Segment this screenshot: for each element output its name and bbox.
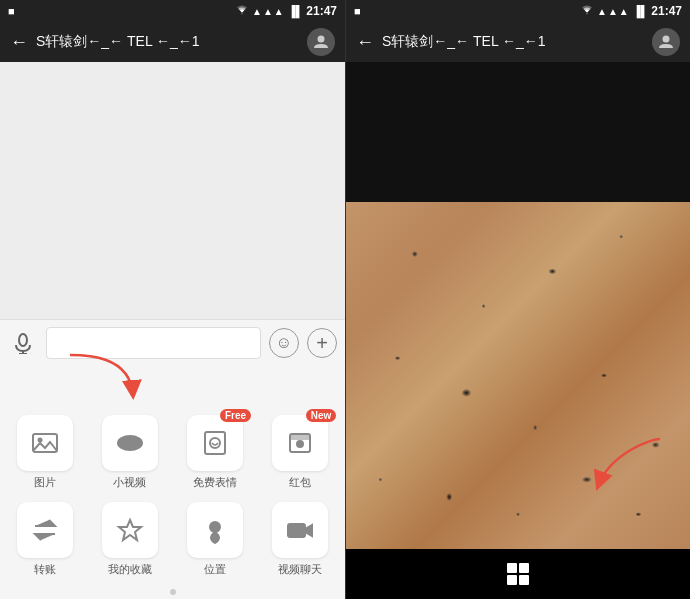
sticker-label: 免费表情: [193, 475, 237, 490]
grid-row-1: [507, 563, 529, 573]
left-chat-title: S轩辕剑←_← TEL ←_←1: [36, 33, 299, 51]
right-status-bar-left: ■: [354, 5, 361, 17]
right-chat-title: S轩辕剑←_← TEL ←_←1: [382, 33, 644, 51]
left-wifi-icon: [235, 5, 249, 17]
left-panel: ■ ▲▲▲ ▐▌ 21:47 ← S轩辕剑←_← TEL ←_←1: [0, 0, 345, 599]
menu-item-videocall[interactable]: 视频聊天: [260, 498, 341, 581]
red-arrow-left: [55, 350, 145, 405]
page-dot-indicator: [170, 589, 176, 595]
video-icon-box: [102, 415, 158, 471]
grid-cell-4: [519, 575, 529, 585]
left-nav-bar: ← S轩辕剑←_← TEL ←_←1: [0, 22, 345, 62]
videocall-icon-box: [272, 502, 328, 558]
red-arrow-right: [590, 434, 670, 494]
sticker-icon-box: Free: [187, 415, 243, 471]
menu-item-favorites[interactable]: 我的收藏: [89, 498, 170, 581]
grid-cell-1: [507, 563, 517, 573]
right-notification-icon: ■: [354, 5, 361, 17]
plus-button[interactable]: +: [307, 328, 337, 358]
svg-point-1: [19, 334, 27, 346]
svg-point-10: [210, 438, 220, 448]
redpack-icon-box: New: [272, 415, 328, 471]
video-label: 小视频: [113, 475, 146, 490]
left-signal-icon: ▲▲▲: [252, 6, 285, 17]
left-status-bar: ■ ▲▲▲ ▐▌ 21:47: [0, 0, 345, 22]
svg-point-12: [296, 440, 304, 448]
right-battery-icon: ▐▌: [633, 5, 649, 17]
badge-new: New: [306, 409, 337, 422]
right-status-bar-right: ▲▲▲ ▐▌ 21:47: [580, 4, 682, 18]
svg-rect-16: [288, 524, 305, 537]
left-battery-icon: ▐▌: [288, 5, 304, 17]
right-status-bar: ■ ▲▲▲ ▐▌ 21:47: [346, 0, 690, 22]
menu-item-sticker[interactable]: Free 免费表情: [175, 411, 256, 494]
left-status-bar-left: ■: [8, 5, 15, 17]
right-time: 21:47: [651, 4, 682, 18]
menu-item-redpack[interactable]: New 红包: [260, 411, 341, 494]
left-back-button[interactable]: ←: [10, 32, 28, 53]
arrow-container: [0, 365, 345, 405]
left-status-bar-right: ▲▲▲ ▐▌ 21:47: [235, 4, 337, 18]
grid-cell-2: [519, 563, 529, 573]
camera-bottom-bar: [346, 549, 690, 599]
transfer-icon-box: [17, 502, 73, 558]
photo-icon-box: [17, 415, 73, 471]
favorites-label: 我的收藏: [108, 562, 152, 577]
svg-rect-9: [205, 432, 225, 454]
right-signal-icon: ▲▲▲: [597, 6, 630, 17]
right-nav-bar: ← S轩辕剑←_← TEL ←_←1: [346, 22, 690, 62]
photo-label: 图片: [34, 475, 56, 490]
right-back-button[interactable]: ←: [356, 32, 374, 53]
right-panel: ■ ▲▲▲ ▐▌ 21:47 ← S轩辕剑←_← TEL ←_←1: [345, 0, 690, 599]
emoji-button[interactable]: ☺: [269, 328, 299, 358]
menu-item-transfer[interactable]: 转账: [4, 498, 85, 581]
svg-point-0: [318, 36, 325, 43]
location-label: 位置: [204, 562, 226, 577]
location-icon-box: [187, 502, 243, 558]
right-wifi-icon: [580, 5, 594, 17]
grid-row-2: [507, 575, 529, 585]
videocall-label: 视频聊天: [278, 562, 322, 577]
menu-item-video[interactable]: 小视频: [89, 411, 170, 494]
grid-icon-button[interactable]: [507, 563, 529, 585]
menu-item-photo[interactable]: 图片: [4, 411, 85, 494]
left-notification-icon: ■: [8, 5, 15, 17]
svg-marker-14: [119, 520, 141, 540]
redpack-label: 红包: [289, 475, 311, 490]
menu-item-location[interactable]: 位置: [175, 498, 256, 581]
grid-cell-3: [507, 575, 517, 585]
right-avatar[interactable]: [652, 28, 680, 56]
camera-black-area: [346, 62, 690, 202]
left-input-toolbar: ☺ +: [0, 319, 345, 365]
favorites-icon-box: [102, 502, 158, 558]
svg-point-17: [663, 36, 670, 43]
granite-texture: [346, 202, 690, 549]
left-time: 21:47: [306, 4, 337, 18]
camera-preview: [346, 202, 690, 549]
voice-button[interactable]: [8, 328, 38, 358]
svg-rect-13: [290, 434, 310, 440]
svg-point-15: [210, 522, 220, 532]
badge-free: Free: [220, 409, 251, 422]
left-chat-area: [0, 62, 345, 319]
svg-point-8: [126, 440, 133, 447]
left-menu-grid: 图片 小视频 Free 免费表情 New: [0, 405, 345, 585]
left-avatar[interactable]: [307, 28, 335, 56]
transfer-label: 转账: [34, 562, 56, 577]
